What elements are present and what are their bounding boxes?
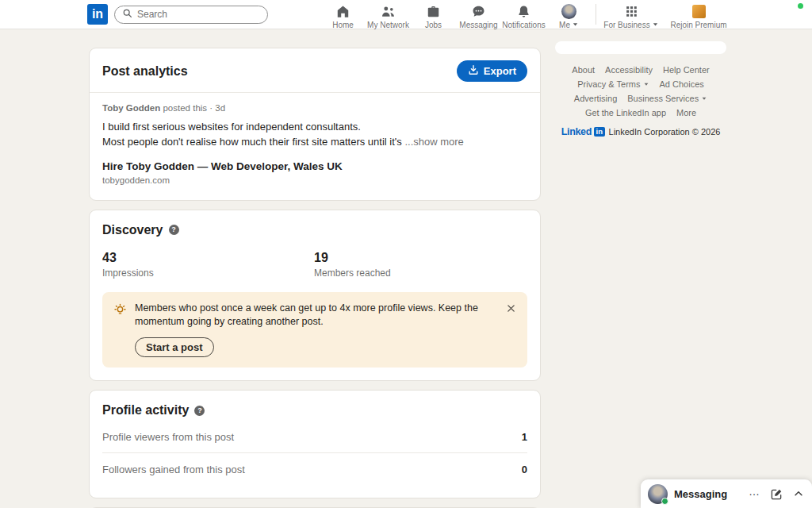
show-more-link[interactable]: ...show more <box>404 136 463 148</box>
post-body: I build first serious websites for indep… <box>102 120 527 150</box>
compose-message-icon[interactable] <box>771 488 783 500</box>
close-icon[interactable] <box>504 302 518 315</box>
search-input[interactable] <box>137 9 248 20</box>
search-box[interactable] <box>114 6 268 24</box>
download-icon <box>468 64 479 78</box>
premium-badge-icon <box>692 5 706 18</box>
post-analytics-card: Post analytics Export Toby Godden posted… <box>89 48 541 201</box>
post-link-title[interactable]: Hire Toby Godden — Web Developer, Wales … <box>102 160 527 172</box>
recording-indicator-dot <box>798 3 803 9</box>
more-options-icon[interactable]: … <box>749 491 760 496</box>
notifications-bell-icon <box>516 4 531 19</box>
post-link-domain: tobygodden.com <box>102 175 527 185</box>
footer-link-advertising[interactable]: Advertising <box>574 94 617 103</box>
discovery-card: Discovery 43 Impressions 19 Members reac… <box>89 210 541 382</box>
metric-value: 1 <box>522 431 527 443</box>
linkedin-in-logo: in <box>594 127 604 137</box>
post-meta: Toby Godden posted this · 3d <box>102 103 527 113</box>
discovery-stats: 43 Impressions 19 Members reached <box>102 251 527 279</box>
metric-label: Profile viewers from this post <box>102 431 234 443</box>
caret-down-icon <box>652 21 659 29</box>
footer-brand: Linked in LinkedIn Corporation © 2026 <box>555 126 726 137</box>
linkedin-wordmark: Linked <box>561 126 592 137</box>
linkedin-logo[interactable]: in <box>87 4 108 25</box>
tip-text: Members who post once a week can get up … <box>135 302 497 330</box>
nav-item-notifications[interactable]: Notifications <box>501 0 546 29</box>
chevron-up-icon[interactable] <box>793 488 804 499</box>
footer-link-more[interactable]: More <box>676 108 696 117</box>
lightbulb-idea-icon <box>113 302 128 321</box>
footer-link-about[interactable]: About <box>572 65 595 75</box>
nav-item-my-network[interactable]: My Network <box>366 0 411 29</box>
help-icon[interactable] <box>169 225 179 235</box>
footer-link-privacy-terms[interactable]: Privacy & Terms <box>577 79 649 89</box>
messaging-dock[interactable]: Messaging … <box>641 479 812 508</box>
nav-item-label: Jobs <box>425 21 442 29</box>
nav-item-for-business[interactable]: For Business <box>600 0 662 29</box>
metric-row: Profile viewers from this post 1 <box>102 421 527 452</box>
footer-link-business-services[interactable]: Business Services <box>627 94 707 103</box>
nav-items: Home My Network Jobs Messaging Notificat… <box>320 0 735 29</box>
user-avatar <box>648 484 668 504</box>
footer-link-get-app[interactable]: Get the LinkedIn app <box>585 108 666 117</box>
nav-item-label: My Network <box>367 21 409 29</box>
nav-item-label: For Business <box>603 21 649 29</box>
presence-dot <box>661 498 668 505</box>
nav-item-me[interactable]: Me <box>546 0 592 29</box>
caret-down-icon <box>572 21 579 29</box>
my-network-icon <box>381 4 396 19</box>
start-a-post-button[interactable]: Start a post <box>135 337 214 357</box>
stat-members-reached: 19 Members reached <box>314 251 526 279</box>
me-avatar <box>561 4 576 19</box>
global-nav: in Home My Network Jobs <box>0 0 812 29</box>
post-preview: Toby Godden posted this · 3d I build fir… <box>90 93 540 200</box>
metric-label: Followers gained from this post <box>102 464 245 475</box>
help-icon[interactable] <box>194 406 205 416</box>
right-rail: About Accessibility Help Center Privacy … <box>555 41 726 137</box>
post-meta-text: posted this · 3d <box>163 103 225 113</box>
export-label: Export <box>484 65 516 77</box>
search-icon <box>122 7 132 21</box>
nav-item-home[interactable]: Home <box>320 0 366 29</box>
nav-item-label: Rejoin Premium <box>670 21 726 29</box>
nav-item-rejoin-premium[interactable]: Rejoin Premium <box>662 0 735 29</box>
footer-link-accessibility[interactable]: Accessibility <box>605 65 653 75</box>
footer-link-help-center[interactable]: Help Center <box>663 65 710 75</box>
nav-item-jobs[interactable]: Jobs <box>411 0 456 29</box>
discovery-title: Discovery <box>102 223 163 237</box>
stat-impressions: 43 Impressions <box>102 251 314 279</box>
post-author[interactable]: Toby Godden <box>102 103 160 113</box>
nav-item-label: Home <box>332 21 354 29</box>
stat-value: 19 <box>314 251 526 265</box>
messaging-icon <box>471 4 486 19</box>
main-content: Post analytics Export Toby Godden posted… <box>89 48 541 508</box>
stat-label: Members reached <box>314 267 526 279</box>
stat-value: 43 <box>102 251 314 265</box>
copyright-text: LinkedIn Corporation © 2026 <box>609 127 721 137</box>
footer-links: About Accessibility Help Center Privacy … <box>555 65 726 117</box>
profile-activity-card: Profile activity Profile viewers from th… <box>89 390 541 498</box>
caret-down-icon <box>701 94 707 103</box>
footer-link-ad-choices[interactable]: Ad Choices <box>660 79 704 89</box>
nav-item-label: Me <box>559 21 570 29</box>
nav-divider <box>596 4 596 25</box>
nav-item-label: Messaging <box>459 21 497 29</box>
page-title: Post analytics <box>102 64 188 79</box>
stat-label: Impressions <box>102 267 314 279</box>
export-button[interactable]: Export <box>457 60 527 82</box>
nav-item-messaging[interactable]: Messaging <box>456 0 501 29</box>
grid-icon <box>625 4 638 19</box>
metric-row: Followers gained from this post 0 <box>102 452 527 485</box>
post-text-line2: Most people don't realise how much their… <box>102 136 402 148</box>
post-text-line1: I build first serious websites for indep… <box>102 120 527 135</box>
jobs-icon <box>426 4 441 19</box>
ad-placeholder <box>555 41 726 54</box>
metric-value: 0 <box>522 464 527 475</box>
home-icon <box>335 4 350 19</box>
caret-down-icon <box>643 79 649 89</box>
messaging-dock-title: Messaging <box>674 488 742 500</box>
post-tip-banner: Members who post once a week can get up … <box>102 292 527 368</box>
profile-activity-title: Profile activity <box>102 403 189 418</box>
nav-item-label: Notifications <box>502 21 545 29</box>
